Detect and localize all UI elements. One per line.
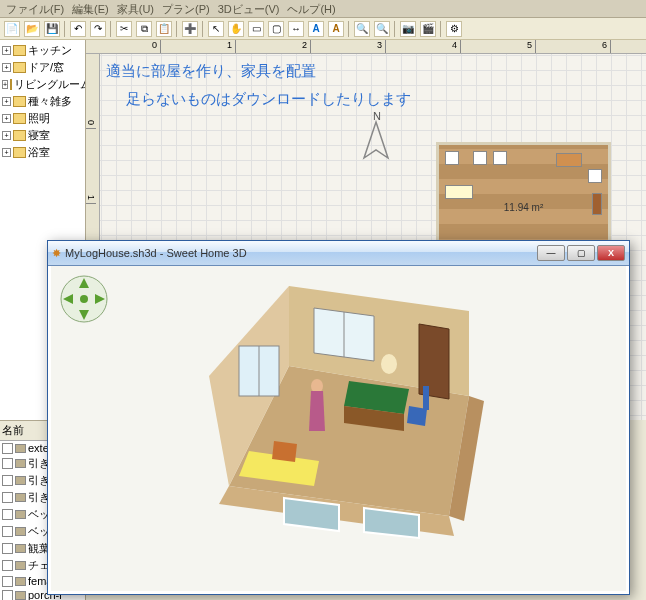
text-icon[interactable]: A xyxy=(308,21,324,37)
maximize-button[interactable]: ▢ xyxy=(567,245,595,261)
svg-marker-24 xyxy=(309,391,325,431)
expand-icon[interactable]: + xyxy=(2,97,11,106)
3d-viewport[interactable] xyxy=(51,266,626,591)
folder-icon xyxy=(13,45,26,56)
undo-icon[interactable]: ↶ xyxy=(70,21,86,37)
new-icon[interactable]: 📄 xyxy=(4,21,20,37)
dimension-icon[interactable]: ↔ xyxy=(288,21,304,37)
tree-item-living[interactable]: リビングルーム xyxy=(14,77,86,92)
tree-item-bath[interactable]: 浴室 xyxy=(28,145,50,160)
menu-plan[interactable]: プラン(P) xyxy=(160,2,212,15)
plan-desk[interactable] xyxy=(556,153,582,167)
window-title: MyLogHouse.sh3d - Sweet Home 3D xyxy=(65,247,537,259)
annotation-1: 適当に部屋を作り、家具を配置 xyxy=(106,62,316,81)
menu-furniture[interactable]: 家具(U) xyxy=(115,2,156,15)
tree-item-bedroom[interactable]: 寝室 xyxy=(28,128,50,143)
add-furniture-icon[interactable]: ➕ xyxy=(182,21,198,37)
pan-icon[interactable]: ✋ xyxy=(228,21,244,37)
toolbar: 📄 📂 💾 ↶ ↷ ✂ ⧉ 📋 ➕ ↖ ✋ ▭ ▢ ↔ A A 🔍 🔍 📷 🎬 … xyxy=(0,18,646,40)
plan-door[interactable] xyxy=(592,193,602,215)
text-icon-2[interactable]: A xyxy=(328,21,344,37)
menu-file[interactable]: ファイル(F) xyxy=(4,2,66,15)
close-button[interactable]: X xyxy=(597,245,625,261)
cut-icon[interactable]: ✂ xyxy=(116,21,132,37)
expand-icon[interactable]: + xyxy=(2,63,11,72)
svg-rect-21 xyxy=(423,386,429,410)
tree-item-misc[interactable]: 種々雑多 xyxy=(28,94,72,109)
expand-icon[interactable]: + xyxy=(2,148,11,157)
svg-point-22 xyxy=(381,354,397,374)
3d-view-window[interactable]: ✸ MyLogHouse.sh3d - Sweet Home 3D — ▢ X xyxy=(47,240,630,595)
paste-icon[interactable]: 📋 xyxy=(156,21,172,37)
folder-icon xyxy=(13,96,26,107)
plan-bed[interactable] xyxy=(445,185,473,199)
svg-marker-27 xyxy=(284,498,339,531)
annotation-2: 足らないものはダウンロードしたりします xyxy=(126,90,411,109)
modified-icon: ✸ xyxy=(52,247,61,260)
redo-icon[interactable]: ↷ xyxy=(90,21,106,37)
plan-chair[interactable] xyxy=(588,169,602,183)
tree-item-lights[interactable]: 照明 xyxy=(28,111,50,126)
svg-point-7 xyxy=(80,295,88,303)
svg-marker-26 xyxy=(272,441,297,462)
settings-icon[interactable]: ⚙ xyxy=(446,21,462,37)
folder-icon xyxy=(13,147,26,158)
nav-widget[interactable] xyxy=(59,274,109,324)
svg-point-23 xyxy=(311,379,323,393)
expand-icon[interactable]: + xyxy=(2,46,11,55)
svg-text:N: N xyxy=(373,110,381,122)
plan-furniture[interactable] xyxy=(493,151,507,165)
wall-icon[interactable]: ▭ xyxy=(248,21,264,37)
menu-bar: ファイル(F) 編集(E) 家具(U) プラン(P) 3Dビュー(V) ヘルプ(… xyxy=(0,0,646,18)
photo-icon[interactable]: 📷 xyxy=(400,21,416,37)
titlebar[interactable]: ✸ MyLogHouse.sh3d - Sweet Home 3D — ▢ X xyxy=(48,241,629,266)
plan-furniture[interactable] xyxy=(473,151,487,165)
expand-icon[interactable]: + xyxy=(2,131,11,140)
folder-icon xyxy=(13,62,26,73)
menu-help[interactable]: ヘルプ(H) xyxy=(285,2,337,15)
tree-item-doors[interactable]: ドア/窓 xyxy=(28,60,64,75)
plan-furniture[interactable] xyxy=(445,151,459,165)
select-icon[interactable]: ↖ xyxy=(208,21,224,37)
menu-3dview[interactable]: 3Dビュー(V) xyxy=(216,2,282,15)
room-area-label: 11.94 m² xyxy=(504,202,543,213)
folder-icon xyxy=(13,130,26,141)
zoom-in-icon[interactable]: 🔍 xyxy=(374,21,390,37)
folder-icon xyxy=(13,113,26,124)
tree-item-kitchen[interactable]: キッチン xyxy=(28,43,72,58)
zoom-out-icon[interactable]: 🔍 xyxy=(354,21,370,37)
menu-edit[interactable]: 編集(E) xyxy=(70,2,111,15)
svg-marker-1 xyxy=(364,122,388,158)
open-icon[interactable]: 📂 xyxy=(24,21,40,37)
3d-room xyxy=(179,286,499,546)
copy-icon[interactable]: ⧉ xyxy=(136,21,152,37)
save-icon[interactable]: 💾 xyxy=(44,21,60,37)
room-icon[interactable]: ▢ xyxy=(268,21,284,37)
folder-icon xyxy=(10,79,12,90)
expand-icon[interactable]: + xyxy=(2,80,8,89)
expand-icon[interactable]: + xyxy=(2,114,11,123)
minimize-button[interactable]: — xyxy=(537,245,565,261)
ruler-horizontal: 0123456 xyxy=(86,40,646,54)
video-icon[interactable]: 🎬 xyxy=(420,21,436,37)
compass-icon[interactable]: N xyxy=(356,110,396,167)
